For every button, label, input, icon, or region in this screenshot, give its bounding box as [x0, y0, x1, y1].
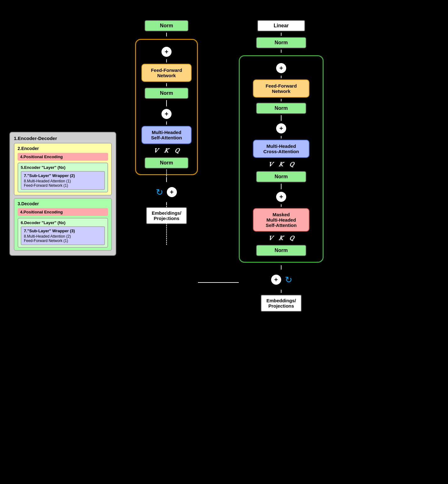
encoder-layer-wrapper: + Feed-ForwardNetwork Norm + Multi-Heade… [135, 39, 198, 175]
legend-sublayer-dec: 7."Sub-Layer" Wrapper (3) 8.Multi-Headed… [21, 226, 105, 245]
legend-decoder-layer-title: 6.Decoder "Layer" (Nx) [21, 220, 105, 225]
dec-vline7 [281, 204, 281, 207]
legend-decoder-layer: 6.Decoder "Layer" (Nx) 7."Sub-Layer" Wra… [18, 218, 108, 248]
encoder-ffn: Feed-ForwardNetwork [141, 64, 192, 82]
decoder-cross-vkq-row: 𝑉 𝐾 𝑄 [268, 161, 294, 168]
encoder-k: 𝐾 [164, 147, 168, 154]
decoder-sine-icon: ↻ [285, 275, 292, 285]
legend-box: 1.Encoder-Decoder 2.Encoder 4.Positional… [9, 132, 116, 256]
decoder-masked-v: 𝑉 [268, 235, 272, 242]
enc-vline2 [166, 59, 167, 62]
encoder-mhsa: Multi-HeadedSelf-Attention [141, 126, 192, 144]
dec-vline5 [281, 136, 281, 138]
decoder-embeddings: Embeddings/Projections [261, 295, 302, 312]
decoder-masked-q: 𝑄 [289, 235, 294, 242]
decoder-bottom-row: + ↻ [270, 272, 292, 287]
dec-vline9 [281, 290, 281, 293]
encoder-top-norm: Norm [145, 20, 188, 31]
decoder-masked-k: 𝐾 [279, 235, 283, 242]
decoder-layer-wrapper: + Feed-ForwardNetwork Norm + Multi-Heade… [239, 55, 324, 263]
legend-sublayer-enc: 7."Sub-Layer" Wrapper (2) 8.Multi-Headed… [21, 171, 105, 190]
legend-sublayer-dec-items: 8.Multi-Headed Attention (2) Feed-Forwar… [24, 234, 102, 243]
decoder-cross-v: 𝑉 [268, 161, 272, 168]
decoder-norm-3: Norm [256, 171, 306, 182]
encoder-bottom-row: ↻ + [156, 185, 178, 200]
dec-vline4 [281, 115, 281, 121]
encoder-bottom-plus: + [166, 186, 178, 198]
legend-encoder-layer: 5.Encoder "Layer" (Nx) 7."Sub-Layer" Wra… [18, 163, 108, 192]
decoder-cross-q: 𝑄 [289, 161, 294, 168]
decoder-ffn: Feed-ForwardNetwork [253, 79, 309, 98]
decoder-plus-3: + [276, 191, 287, 202]
encoder-plus-2: + [161, 108, 172, 120]
enc-vline4 [166, 100, 167, 106]
legend-encoder-section: 2.Encoder 4.Positional Encoding 5.Encode… [14, 143, 112, 196]
encoder-sine-icon: ↻ [156, 187, 163, 197]
encoder-q: 𝑄 [175, 147, 179, 154]
decoder-bottom-plus: + [270, 274, 282, 285]
encoder-plus-1: + [161, 46, 172, 57]
decoder-masked-vkq-row: 𝑉 𝐾 𝑄 [268, 235, 294, 242]
dec-vline3 [281, 99, 281, 101]
encoder-norm-3: Norm [145, 157, 188, 169]
legend-sublayer-enc-items: 8.Multi-Headed Attention (1) Feed-Forwar… [24, 179, 102, 188]
legend-decoder-title: 3.Decoder [18, 201, 108, 206]
enc-vline3 [166, 83, 167, 86]
dec-vline8 [281, 265, 281, 270]
dec-vline0 [281, 33, 281, 36]
legend-title: 1.Encoder-Decoder [14, 136, 112, 141]
decoder-masked-mhsa: MaskedMulti-HeadedSelf-Attention [253, 208, 309, 232]
dec-vline2 [281, 76, 281, 78]
decoder-linear: Linear [257, 20, 305, 31]
enc-vline7 [166, 202, 167, 205]
legend-encoder-title: 2.Encoder [18, 146, 108, 151]
legend-decoder-section: 3.Decoder 4.Positional Encoding 6.Decode… [14, 198, 112, 251]
dec-vline6 [281, 184, 281, 189]
legend-pos-enc: 4.Positional Encoding [18, 153, 108, 161]
decoder-norm-4: Norm [256, 245, 306, 256]
enc-vline6 [166, 178, 167, 182]
enc-vline1 [166, 33, 167, 36]
legend-sublayer-enc-title: 7."Sub-Layer" Wrapper (2) [24, 173, 102, 178]
legend-pos-dec: 4.Positional Encoding [18, 208, 108, 216]
decoder-cross-k: 𝐾 [279, 161, 283, 168]
decoder-norm-2: Norm [256, 103, 306, 114]
encoder-column: Norm + Feed-ForwardNetwork Norm + Multi-… [135, 19, 198, 226]
encoder-embeddings: Embeddings/Projections [146, 207, 187, 224]
legend-sublayer-dec-title: 7."Sub-Layer" Wrapper (3) [24, 229, 102, 233]
legend-encoder-layer-title: 5.Encoder "Layer" (Nx) [21, 165, 105, 170]
encoder-v: 𝑉 [154, 147, 158, 154]
decoder-top-norm: Norm [256, 37, 306, 48]
decoder-cross-attn: Multi-HeadedCross-Attention [253, 140, 309, 158]
encoder-norm-2: Norm [145, 88, 188, 99]
decoder-plus-2: + [276, 123, 287, 134]
enc-vline5 [166, 121, 167, 125]
diagram-container: 1.Encoder-Decoder 2.Encoder 4.Positional… [0, 0, 448, 484]
encoder-vkq-row: 𝑉 𝐾 𝑄 [154, 147, 179, 154]
decoder-plus-1: + [276, 62, 287, 74]
dec-vline1 [281, 50, 281, 53]
decoder-column: Linear Norm + Feed-ForwardNetwork Norm +… [239, 19, 324, 314]
